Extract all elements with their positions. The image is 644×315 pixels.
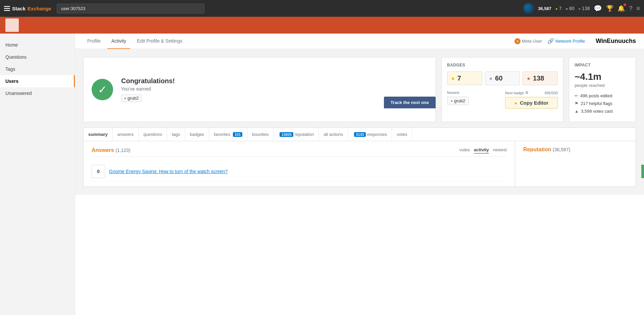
act-tab-badges[interactable]: badges: [185, 128, 209, 141]
sidebar-item-home[interactable]: Home: [0, 39, 75, 51]
sort-votes[interactable]: votes: [459, 147, 470, 154]
answer-row: 0 Gnome Energy Saving: How to turn of th…: [92, 162, 507, 181]
act-tab-questions[interactable]: questions: [139, 128, 167, 141]
avatar[interactable]: [523, 3, 534, 14]
tab-edit-profile[interactable]: Edit Profile & Settings: [133, 34, 186, 49]
notification-dot: [624, 3, 626, 6]
bronze-badge-count: ● 138: [579, 6, 590, 11]
favorites-count-badge: 101: [233, 132, 242, 137]
bronze-dot-icon: ●: [124, 96, 126, 100]
profile-tab-right: a Meta User 🔗 Network Profile WinEunuuch…: [514, 38, 636, 45]
hamburger-icon[interactable]: [4, 5, 10, 11]
activity-tabs-bar: summary answers questions tags badges fa…: [83, 127, 636, 141]
page-layout: Home Questions Tags Users Unanswered Pro…: [0, 34, 644, 315]
impact-number: ~4.1m: [575, 71, 630, 82]
act-tab-all-actions[interactable]: all actions: [319, 128, 348, 141]
reputation-count-badge: 13605: [280, 132, 293, 137]
brand-exchange: Exchange: [28, 6, 51, 11]
notifications-icon[interactable]: 🔔: [617, 5, 625, 12]
newest-badge-pill[interactable]: ● grub2: [447, 97, 469, 105]
tab-activity[interactable]: Activity: [107, 34, 130, 49]
congrats-subtitle: You've earned: [121, 86, 175, 92]
act-tab-reputation[interactable]: 13605 reputation: [274, 128, 319, 141]
sidebar-item-tags[interactable]: Tags: [0, 63, 75, 75]
impact-votes-cast: ▲ 3,599 votes cast: [575, 109, 630, 114]
pencil-icon: ✏: [575, 93, 578, 98]
badges-panel-title: BADGES: [447, 63, 558, 67]
badges-impact-area: BADGES ● 7 ● 60 ●: [441, 57, 636, 122]
gold-dot: ●: [451, 75, 455, 82]
impact-panel-title: IMPACT: [575, 63, 630, 67]
brand[interactable]: StackExchange: [4, 5, 51, 11]
brand-stack: Stack: [12, 6, 26, 11]
badge-progress-label: 496/500: [544, 91, 558, 95]
meta-user-icon: a: [514, 38, 521, 44]
newest-label: Newest: [447, 91, 500, 95]
sort-activity[interactable]: activity: [474, 147, 489, 154]
network-profile-link[interactable]: 🔗 Network Profile: [547, 38, 585, 44]
silver-badge-box: ● 60: [485, 71, 520, 85]
svg-rect-2: [4, 10, 10, 11]
reputation-display: 36,587: [538, 6, 551, 11]
site-logo: [5, 18, 19, 32]
bronze-badge-box: ● 138: [523, 71, 558, 85]
gold-badge-box: ● 7: [447, 71, 482, 85]
act-tab-favorites[interactable]: favorites 101: [209, 128, 247, 141]
answer-title-link[interactable]: Gnome Energy Saving: How to turn of the …: [109, 169, 507, 174]
act-tab-tags[interactable]: tags: [167, 128, 185, 141]
congrats-text: Congratulations! You've earned ● grub2: [121, 77, 175, 102]
triangle-icon: ▲: [575, 109, 579, 114]
silver-badge-count: ● 60: [565, 6, 574, 11]
act-tab-bounties[interactable]: bounties: [247, 128, 274, 141]
check-circle-icon: ✓: [92, 79, 113, 100]
accepted-indicator: [641, 165, 644, 178]
help-icon[interactable]: ?: [629, 5, 632, 12]
profile-tabs: Profile Activity Edit Profile & Settings…: [75, 34, 644, 49]
main-content: Profile Activity Edit Profile & Settings…: [75, 34, 644, 315]
sidebar-item-questions[interactable]: Questions: [0, 51, 75, 63]
congrats-title: Congratulations!: [121, 77, 175, 85]
sort-newest[interactable]: newest: [493, 147, 507, 154]
answers-sort-tabs: votes activity newest: [459, 147, 507, 154]
reputation-section: Reputation (36,587): [515, 141, 636, 187]
sidebar-item-users[interactable]: Users: [0, 75, 75, 87]
navbar-right: 36,587 ● 7 ● 60 ● 138 💬 🏆 🔔 ? ≡: [523, 3, 640, 14]
badges-panel: BADGES ● 7 ● 60 ●: [441, 57, 563, 122]
username-display: WinEunuuchs: [590, 38, 636, 45]
site-header-bar: [0, 17, 644, 34]
next-badge-name-pill[interactable]: ● Copy Editor: [505, 97, 558, 109]
answers-section-title: Answers (1,123): [92, 147, 131, 153]
content-area: ✓ Congratulations! You've earned ● grub2…: [75, 49, 644, 195]
sidebar-item-unanswered[interactable]: Unanswered: [0, 87, 75, 99]
achievements-icon[interactable]: 🏆: [606, 5, 613, 12]
meta-user-link[interactable]: a Meta User: [514, 38, 542, 44]
svg-rect-0: [4, 6, 10, 7]
gold-dot-large: ●: [514, 100, 517, 106]
badges-bottom: Newest ● grub2 Next badge ⚙ 4: [447, 91, 558, 109]
next-badge-section: Next badge ⚙ 496/500 ● Copy Editor: [500, 91, 558, 109]
tab-profile[interactable]: Profile: [83, 34, 105, 49]
impact-helpful-flags: ⚑ 217 helpful flags: [575, 101, 630, 106]
search-input[interactable]: [57, 4, 204, 13]
act-tab-summary[interactable]: summary: [84, 128, 113, 141]
reputation-section-title: Reputation (36,587): [523, 147, 628, 153]
vote-count: 0: [92, 165, 105, 178]
gold-badge-count: ● 7: [555, 6, 561, 11]
answers-section: Answers (1,123) votes activity newest 0 …: [83, 141, 515, 187]
act-tab-answers[interactable]: answers: [113, 128, 139, 141]
newest-section: Newest ● grub2: [447, 91, 500, 105]
flag-icon: ⚑: [575, 101, 579, 106]
sidebar: Home Questions Tags Users Unanswered: [0, 34, 75, 315]
act-tab-votes[interactable]: votes: [392, 128, 412, 141]
bottom-grid: Answers (1,123) votes activity newest 0 …: [83, 141, 636, 187]
bronze-dot-sm: ●: [527, 75, 530, 82]
menu-icon[interactable]: ≡: [636, 5, 640, 12]
gear-icon[interactable]: ⚙: [525, 91, 529, 95]
impact-label: people reached: [575, 83, 630, 88]
svg-rect-1: [4, 8, 10, 9]
track-next-banner[interactable]: Track the next one: [384, 97, 436, 108]
inbox-icon[interactable]: 💬: [594, 4, 602, 12]
act-tab-responses[interactable]: 3143 responses: [348, 128, 392, 141]
answers-section-header: Answers (1,123) votes activity newest: [92, 147, 507, 157]
navbar: StackExchange 36,587 ● 7 ● 60 ● 138 💬 🏆 …: [0, 0, 644, 17]
